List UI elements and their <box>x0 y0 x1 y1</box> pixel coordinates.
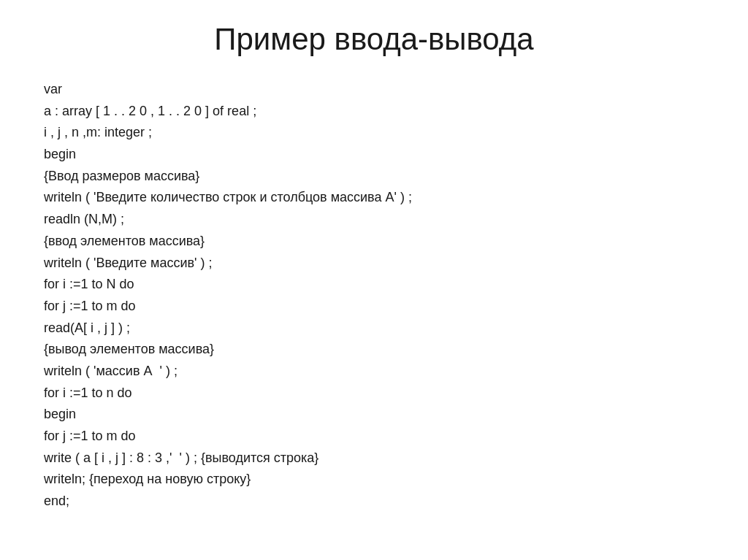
code-line: {ввод элементов массива} <box>44 231 704 253</box>
code-line: {вывод элементов массива} <box>44 339 704 361</box>
code-line: writeln ( 'Введите массив' ) ; <box>44 253 704 275</box>
code-line: for i :=1 to N do <box>44 274 704 296</box>
code-line: read(A[ i , j ] ) ; <box>44 318 704 340</box>
code-line: {Ввод размеров массива} <box>44 166 704 188</box>
code-line: for i :=1 to n do <box>44 383 704 404</box>
code-line: begin <box>44 144 704 166</box>
code-line: writeln ( 'массив А ' ) ; <box>44 361 704 383</box>
code-line: readln (N,M) ; <box>44 209 704 231</box>
code-line: a : array [ 1 . . 2 0 , 1 . . 2 0 ] of r… <box>44 101 704 123</box>
code-content: vara : array [ 1 . . 2 0 , 1 . . 2 0 ] o… <box>44 79 704 513</box>
code-line: var <box>44 79 704 101</box>
code-line: for j :=1 to m do <box>44 296 704 318</box>
page-title: Пример ввода-вывода <box>44 22 704 57</box>
code-line: writeln; {переход на новую строку} <box>44 469 704 491</box>
code-line: begin <box>44 404 704 426</box>
code-line: for j :=1 to m do <box>44 426 704 448</box>
code-line: end; <box>44 491 704 513</box>
code-line: write ( a [ i , j ] : 8 : 3 ,' ' ) ; {вы… <box>44 448 704 469</box>
code-line: writeln ( 'Введите количество строк и ст… <box>44 187 704 209</box>
code-line: i , j , n ,m: integer ; <box>44 122 704 144</box>
